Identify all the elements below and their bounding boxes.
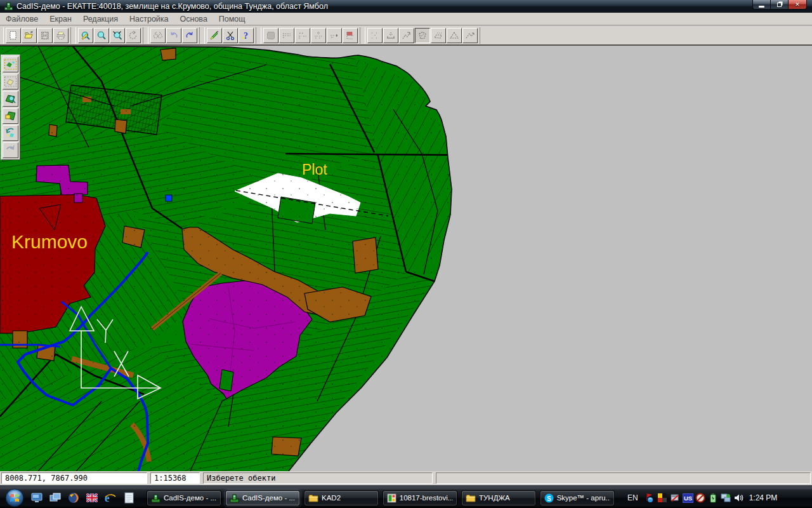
task-label: CadIS-демо - ... bbox=[164, 494, 216, 502]
map-canvas[interactable]: Krumovo Plot bbox=[0, 46, 812, 471]
start-button[interactable] bbox=[4, 488, 25, 507]
restore-icon bbox=[777, 3, 782, 7]
menu-edit[interactable]: Редакция bbox=[77, 13, 124, 25]
task-label: ТУНДЖА bbox=[479, 494, 510, 502]
uk-flag-icon[interactable] bbox=[86, 491, 98, 504]
network-icon[interactable] bbox=[721, 493, 731, 504]
points-button[interactable] bbox=[367, 28, 383, 43]
coordinates-readout: 8008.771, 7867.990 bbox=[1, 472, 147, 484]
menu-settings[interactable]: Настройка bbox=[124, 13, 174, 25]
area-button[interactable] bbox=[431, 28, 446, 43]
task-brestovica[interactable]: 10817-brestovi... bbox=[383, 490, 457, 506]
us-keyboard-icon[interactable]: US bbox=[683, 493, 693, 504]
svg-text:?: ? bbox=[244, 31, 248, 41]
close-icon: ✕ bbox=[795, 2, 800, 8]
toolbar-group-file bbox=[3, 27, 71, 44]
window-switcher-icon[interactable] bbox=[49, 491, 62, 504]
task-cadis-2-active[interactable]: CadIS-демо - ... bbox=[225, 490, 300, 506]
save-button[interactable] bbox=[37, 28, 53, 43]
region-button[interactable] bbox=[263, 28, 278, 43]
polygon-button[interactable] bbox=[415, 28, 430, 43]
task-cadis-1[interactable]: CadIS-демо - ... bbox=[147, 490, 221, 506]
open-button[interactable] bbox=[22, 28, 37, 43]
language-indicator[interactable]: EN bbox=[627, 493, 638, 502]
toolbar-group-view bbox=[148, 27, 200, 44]
taskbar-clock[interactable]: 1:24 PM bbox=[749, 493, 778, 502]
cadis-app-icon bbox=[4, 1, 13, 13]
scale-readout: 1:15368 bbox=[150, 472, 200, 484]
title-bar: CadIS-демо - ЕКАТТЕ:40018, землище на с.… bbox=[0, 0, 812, 13]
status-message: Изберете обекти bbox=[203, 472, 433, 484]
redo-view-button[interactable] bbox=[3, 142, 18, 158]
task-label: CadIS-демо - ... bbox=[242, 494, 295, 502]
previous-view-button[interactable] bbox=[3, 125, 18, 141]
cadastral-map: Krumovo Plot bbox=[0, 46, 812, 471]
pencil-button[interactable] bbox=[207, 28, 222, 43]
color-grid-icon[interactable] bbox=[657, 493, 668, 504]
menu-base[interactable]: Основа bbox=[174, 13, 213, 25]
notepad-icon[interactable] bbox=[122, 491, 135, 504]
plot-label: Plot bbox=[302, 161, 327, 178]
point-edit-button[interactable] bbox=[311, 28, 326, 43]
snap-button[interactable] bbox=[462, 28, 478, 43]
toolbar-group-edit: ? bbox=[204, 27, 256, 44]
status-bar: 8008.771, 7867.990 1:15368 Изберете обек… bbox=[0, 471, 812, 485]
new-button[interactable] bbox=[6, 28, 21, 43]
redo-button[interactable] bbox=[182, 28, 197, 43]
menu-screen[interactable]: Екран bbox=[44, 13, 77, 25]
minimize-button[interactable] bbox=[753, 0, 771, 9]
zoom-region-button[interactable] bbox=[3, 74, 18, 90]
task-label: Skype™ - apru... bbox=[557, 494, 610, 502]
move-point-button[interactable] bbox=[327, 28, 342, 43]
zoom-edit-button[interactable] bbox=[78, 28, 93, 43]
minimize-icon bbox=[759, 6, 764, 8]
svg-text:US: US bbox=[684, 495, 692, 502]
town-label: Krumovo bbox=[11, 231, 88, 252]
task-label: 10817-brestovi... bbox=[400, 494, 453, 502]
refresh-button[interactable] bbox=[126, 28, 141, 43]
zoom-sheet-button[interactable] bbox=[3, 91, 18, 107]
window-title: CadIS-демо - ЕКАТТЕ:40018, землище на с.… bbox=[16, 2, 328, 11]
task-kad2[interactable]: KAD2 bbox=[304, 490, 379, 506]
flag-button[interactable] bbox=[343, 28, 358, 43]
menu-help[interactable]: Помощ bbox=[213, 13, 251, 25]
internet-explorer-icon[interactable]: e bbox=[104, 491, 117, 504]
flag-ball-icon[interactable] bbox=[645, 493, 655, 504]
desktop: CadIS-демо - ЕКАТТЕ:40018, землище на с.… bbox=[0, 0, 812, 508]
firefox-icon[interactable] bbox=[67, 491, 80, 504]
print-button[interactable] bbox=[53, 28, 69, 43]
window-controls: ✕ bbox=[752, 0, 807, 10]
undo-button[interactable] bbox=[166, 28, 181, 43]
restore-button[interactable] bbox=[771, 0, 789, 9]
taskbar: e CadIS-демо - ... CadIS-демо - ... KAD2… bbox=[0, 488, 812, 508]
blocked-icon[interactable] bbox=[695, 493, 706, 504]
skype-icon: S bbox=[544, 493, 554, 503]
overview-button[interactable] bbox=[150, 28, 166, 43]
help-button[interactable]: ? bbox=[239, 28, 254, 43]
zoom-extent-button[interactable] bbox=[110, 28, 125, 43]
battery-plug-icon[interactable] bbox=[708, 493, 719, 504]
close-button[interactable]: ✕ bbox=[789, 0, 806, 9]
zoom-window-button[interactable] bbox=[3, 57, 18, 72]
task-tundzha[interactable]: ТУНДЖА bbox=[461, 490, 536, 506]
task-label: KAD2 bbox=[322, 494, 341, 502]
measure-button[interactable] bbox=[383, 28, 398, 43]
window-slash-icon[interactable] bbox=[670, 493, 681, 504]
zoom-in-button[interactable] bbox=[94, 28, 109, 43]
pan-sheet-button[interactable] bbox=[3, 108, 18, 124]
main-toolbar: ? bbox=[0, 26, 812, 46]
menu-bar: Файлове Екран Редакция Настройка Основа … bbox=[0, 13, 812, 25]
line-style-2-button[interactable] bbox=[295, 28, 310, 43]
polyline-button[interactable] bbox=[399, 28, 414, 43]
show-desktop-icon[interactable] bbox=[30, 491, 43, 504]
line-style-1-button[interactable] bbox=[279, 28, 294, 43]
quick-launch-bar: e bbox=[30, 491, 135, 504]
speaker-icon[interactable] bbox=[733, 493, 744, 504]
cut-button[interactable] bbox=[223, 28, 238, 43]
menu-files[interactable]: Файлове bbox=[0, 13, 44, 25]
toolbar-group-zoom bbox=[75, 27, 143, 44]
triangle-button[interactable] bbox=[447, 28, 462, 43]
document-app-icon bbox=[387, 493, 396, 503]
task-skype[interactable]: S Skype™ - apru... bbox=[540, 490, 615, 506]
cadis-task-icon bbox=[151, 493, 160, 503]
